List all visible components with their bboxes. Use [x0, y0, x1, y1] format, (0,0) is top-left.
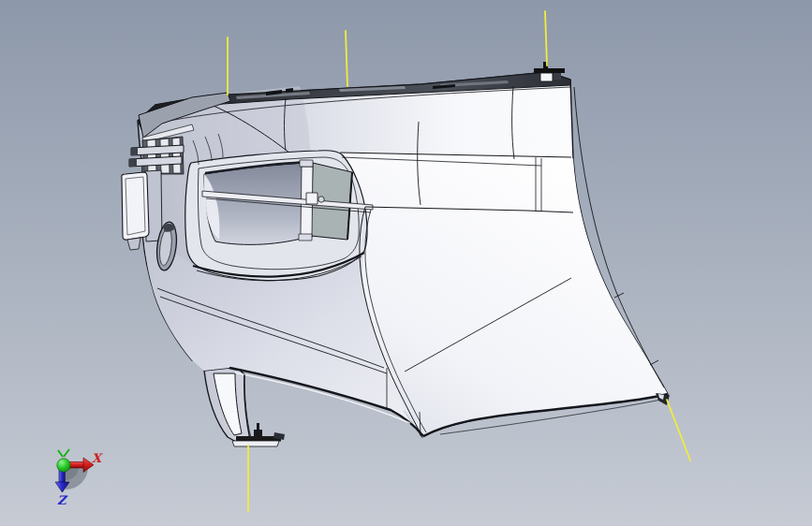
viewport-canvas[interactable]: Z X [0, 0, 812, 526]
fastener-side [554, 73, 561, 80]
rib-bar-cap [129, 158, 137, 167]
fastener-body [540, 73, 553, 81]
triad-origin-ball[interactable] [57, 459, 70, 472]
vent-strut-tab [299, 234, 312, 241]
leg-clip-block [254, 430, 262, 436]
vent-vane-hub [306, 193, 317, 204]
leg-clip-stem [257, 423, 259, 430]
rib-bar-cap [131, 147, 138, 155]
rib-slat [160, 139, 170, 173]
rib-slat [172, 138, 181, 173]
cad-application-window: Z X [0, 0, 812, 526]
rib-slat [147, 139, 156, 173]
fastener-bar [534, 68, 565, 73]
leg-clip-plate [232, 441, 279, 446]
vent-strut-tab [300, 160, 313, 167]
vent-vane-knob [318, 197, 324, 202]
bracket-foot [127, 238, 140, 250]
